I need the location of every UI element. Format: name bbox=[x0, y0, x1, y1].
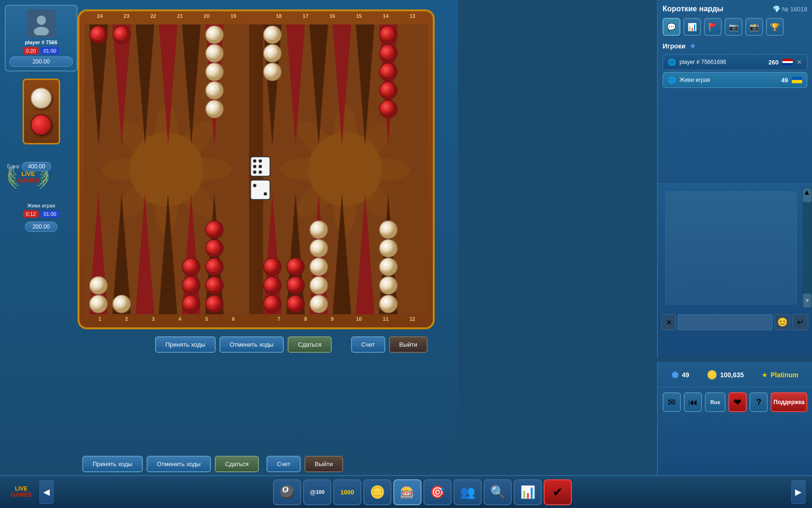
game-title: Короткие нарды bbox=[663, 5, 723, 13]
checker-red bbox=[31, 114, 52, 135]
points-value: 49 bbox=[682, 371, 689, 379]
icon-row: 💬 📊 🚩 📷 📸 🏆 bbox=[663, 18, 807, 36]
film-action-btn[interactable]: ⏮ bbox=[684, 392, 702, 412]
camera-icon-btn[interactable]: 📷 bbox=[725, 18, 742, 36]
game-icon-balls[interactable]: 🎯 bbox=[423, 479, 452, 505]
rus-action-btn[interactable]: Rus bbox=[705, 392, 725, 412]
svg-point-103 bbox=[310, 258, 328, 276]
scrollbar-up[interactable]: ▲ bbox=[803, 188, 812, 202]
svg-point-89 bbox=[182, 295, 200, 313]
svg-point-108 bbox=[380, 258, 398, 276]
svg-point-82 bbox=[205, 277, 223, 294]
player1-flag bbox=[782, 59, 793, 65]
svg-point-106 bbox=[380, 295, 398, 313]
game-icon-check[interactable]: ✔ bbox=[544, 479, 572, 505]
player1-name: player # 7566 bbox=[9, 40, 73, 45]
game-icon-billiards[interactable]: 🎱 bbox=[273, 479, 301, 505]
svg-point-95 bbox=[264, 295, 281, 313]
toolbar-logo[interactable]: LIVE GAMES bbox=[5, 478, 38, 506]
game-icon-chart[interactable]: 📊 bbox=[514, 479, 542, 505]
checker-white bbox=[31, 87, 52, 109]
svg-point-114 bbox=[253, 165, 257, 168]
player1-close-icon[interactable]: ✕ bbox=[796, 58, 802, 66]
flag-icon-btn[interactable]: 🚩 bbox=[704, 18, 722, 36]
rank-value: Platinum bbox=[771, 371, 798, 379]
player1-score: 200.00 bbox=[9, 56, 73, 67]
coins-stat: 🪙 100,635 bbox=[707, 370, 744, 380]
livegames-text: LIVE GAMES bbox=[17, 171, 39, 184]
svg-point-119 bbox=[253, 184, 257, 187]
trophy-icon-btn[interactable]: 🏆 bbox=[766, 18, 784, 36]
support-action-btn[interactable]: Поддержка bbox=[771, 392, 807, 412]
game-icon-search[interactable]: 🔍 bbox=[484, 479, 512, 505]
board-wrapper: 24 23 22 21 20 19 18 17 16 15 14 13 bbox=[78, 9, 435, 329]
svg-point-94 bbox=[113, 295, 131, 313]
score-btn[interactable]: Счет bbox=[266, 456, 301, 472]
chat-scrollbar[interactable]: ▲ ▼ bbox=[803, 188, 812, 308]
chat-icon-btn[interactable]: 💬 bbox=[663, 18, 680, 36]
svg-point-60 bbox=[205, 63, 223, 81]
email-action-btn[interactable]: ✉ bbox=[663, 392, 681, 412]
chat-input-field[interactable] bbox=[678, 314, 773, 330]
svg-point-0 bbox=[37, 16, 46, 25]
svg-point-92 bbox=[90, 295, 108, 313]
top-numbers: 24 23 22 21 20 19 18 17 16 15 14 13 bbox=[86, 13, 426, 23]
svg-point-84 bbox=[205, 258, 223, 276]
cancel-button[interactable]: Отменить ходы bbox=[219, 336, 284, 353]
player1-avatar bbox=[27, 9, 55, 38]
score-button[interactable]: Счет bbox=[351, 336, 385, 353]
surrender-button[interactable]: Сдаться bbox=[288, 336, 332, 353]
board-svg bbox=[79, 24, 433, 314]
backgammon-board[interactable]: 24 23 22 21 20 19 18 17 16 15 14 13 bbox=[78, 9, 435, 329]
accept-moves-btn[interactable]: Принять ходы bbox=[82, 456, 143, 472]
svg-point-86 bbox=[205, 239, 223, 257]
player2-flag-icon: 🌐 bbox=[668, 76, 676, 84]
player1-timers: 0:20 01:00 bbox=[9, 47, 73, 55]
emoji-btn[interactable]: 😊 bbox=[774, 314, 790, 330]
game-icon-1000[interactable]: 1000 bbox=[333, 479, 361, 505]
coins-icon: 🪙 bbox=[707, 370, 717, 380]
photo-icon-btn[interactable]: 📸 bbox=[745, 18, 763, 36]
svg-point-112 bbox=[253, 159, 257, 163]
question-action-btn[interactable]: ? bbox=[750, 392, 768, 412]
svg-point-73 bbox=[380, 44, 398, 62]
points-stat: ⬟ 49 bbox=[671, 370, 689, 380]
svg-point-1 bbox=[34, 27, 49, 35]
livegames-logo[interactable]: LIVE GAMES bbox=[5, 154, 52, 201]
game-icon-people[interactable]: 👥 bbox=[453, 479, 482, 505]
send-btn[interactable]: ↵ bbox=[792, 314, 808, 330]
player2-row-name: Живи играя bbox=[679, 77, 778, 83]
svg-point-90 bbox=[182, 277, 200, 294]
game-icon-slots[interactable]: 🎰 bbox=[393, 479, 422, 505]
svg-point-58 bbox=[205, 44, 223, 62]
game-icon-number[interactable]: @100 bbox=[303, 479, 331, 505]
svg-point-97 bbox=[264, 258, 281, 276]
toolbar-nav-right[interactable]: ▶ bbox=[791, 480, 805, 504]
bank-amount: 400.00 bbox=[22, 162, 51, 171]
player1-flag-icon: 🌐 bbox=[668, 58, 676, 66]
bank-label: Банк bbox=[7, 163, 19, 170]
svg-point-102 bbox=[310, 277, 328, 294]
svg-point-110 bbox=[380, 221, 398, 239]
exit-button[interactable]: Выйти bbox=[389, 336, 428, 353]
close-chat-btn[interactable]: ✕ bbox=[662, 314, 676, 330]
svg-point-93 bbox=[90, 277, 108, 294]
cancel-moves-btn[interactable]: Отменить ходы bbox=[147, 456, 211, 472]
player1-timer-red: 0:20 bbox=[23, 47, 39, 55]
scrollbar-down[interactable]: ▼ bbox=[803, 294, 812, 308]
accept-button[interactable]: Принять ходы bbox=[155, 336, 216, 353]
player1-timer-blue: 01:00 bbox=[40, 47, 59, 55]
game-icon-coins[interactable]: 🪙 bbox=[363, 479, 391, 505]
svg-point-115 bbox=[258, 165, 262, 168]
toolbar-nav-left[interactable]: ◀ bbox=[39, 480, 54, 504]
svg-point-109 bbox=[380, 239, 398, 257]
svg-point-91 bbox=[182, 258, 200, 276]
player2-score: 200.00 bbox=[25, 222, 57, 232]
heart-action-btn[interactable]: ❤ bbox=[728, 392, 747, 412]
exit-btn[interactable]: Выйти bbox=[304, 456, 344, 472]
surrender-btn[interactable]: Сдаться bbox=[215, 456, 259, 472]
bottom-toolbar: LIVE GAMES ◀ 🎱 @100 1000 🪙 🎰 🎯 👥 🔍 📊 ✔ ▶ bbox=[0, 475, 812, 508]
svg-point-66 bbox=[264, 26, 281, 44]
svg-point-98 bbox=[287, 295, 304, 313]
stats-icon-btn[interactable]: 📊 bbox=[683, 18, 701, 36]
